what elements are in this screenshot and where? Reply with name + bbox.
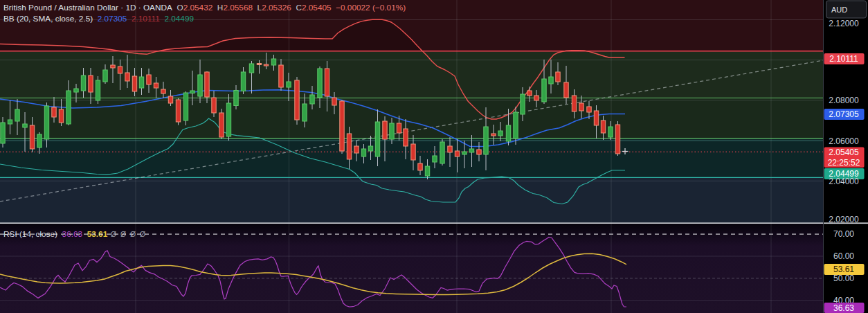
svg-text:Ø Ø Ø Ø: Ø Ø Ø Ø xyxy=(111,230,145,238)
svg-text:2.02000: 2.02000 xyxy=(829,215,859,224)
svg-text:2.04000: 2.04000 xyxy=(829,177,859,186)
svg-text:36.63: 36.63 xyxy=(833,303,854,313)
svg-text:60.00: 60.00 xyxy=(833,251,854,261)
svg-text:BB (20, SMA, close, 2.5) 2.07: BB (20, SMA, close, 2.5) 2.07305 2.10111… xyxy=(3,14,194,24)
svg-text:22:25:52: 22:25:52 xyxy=(828,158,860,168)
svg-text:2.08000: 2.08000 xyxy=(829,96,859,105)
svg-text:RSI (14, close) 36.63 53.61: RSI (14, close) 36.63 53.61 xyxy=(3,229,112,239)
svg-text:British Pound / Australian Dol: British Pound / Australian Dollar · 1D ·… xyxy=(3,3,406,12)
svg-text:2.07305: 2.07305 xyxy=(829,109,859,119)
svg-text:53.61: 53.61 xyxy=(833,265,854,274)
svg-text:70.00: 70.00 xyxy=(833,229,854,239)
svg-text:2.05405: 2.05405 xyxy=(829,147,859,157)
svg-text:2.12000: 2.12000 xyxy=(829,19,859,28)
svg-text:AUD: AUD xyxy=(831,6,847,14)
svg-text:2.10111: 2.10111 xyxy=(829,54,858,64)
svg-text:50.00: 50.00 xyxy=(833,274,854,283)
svg-text:2.06000: 2.06000 xyxy=(829,136,859,146)
